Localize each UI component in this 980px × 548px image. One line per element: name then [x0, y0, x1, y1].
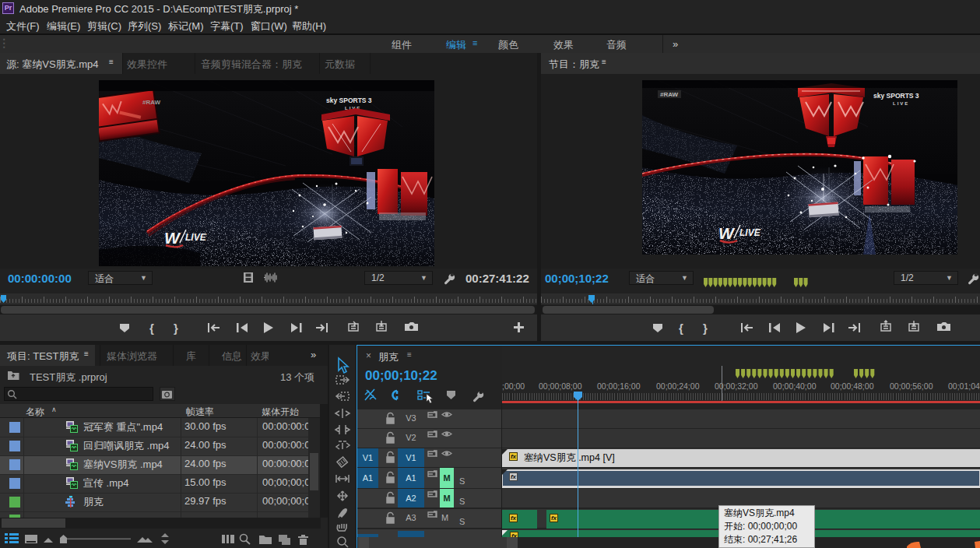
svg-text:sky SPORTS 3: sky SPORTS 3 — [326, 97, 372, 104]
svg-text:W: W — [718, 224, 736, 242]
svg-text:}: } — [703, 321, 708, 335]
svg-text:}: } — [174, 321, 178, 335]
svg-text:{: { — [149, 321, 154, 335]
svg-text:LIVE: LIVE — [185, 232, 207, 243]
svg-text:#RAW: #RAW — [660, 91, 679, 98]
svg-text:LIVE: LIVE — [739, 227, 761, 238]
svg-text:LIVE: LIVE — [893, 101, 909, 106]
svg-text:#RAW: #RAW — [142, 99, 161, 106]
svg-text:sky SPORTS 3: sky SPORTS 3 — [873, 92, 919, 100]
svg-text:W: W — [164, 229, 181, 247]
svg-text:S: S — [459, 476, 465, 486]
svg-text:S: S — [459, 517, 465, 526]
svg-text:{: { — [679, 321, 683, 335]
svg-text:S: S — [459, 497, 465, 506]
